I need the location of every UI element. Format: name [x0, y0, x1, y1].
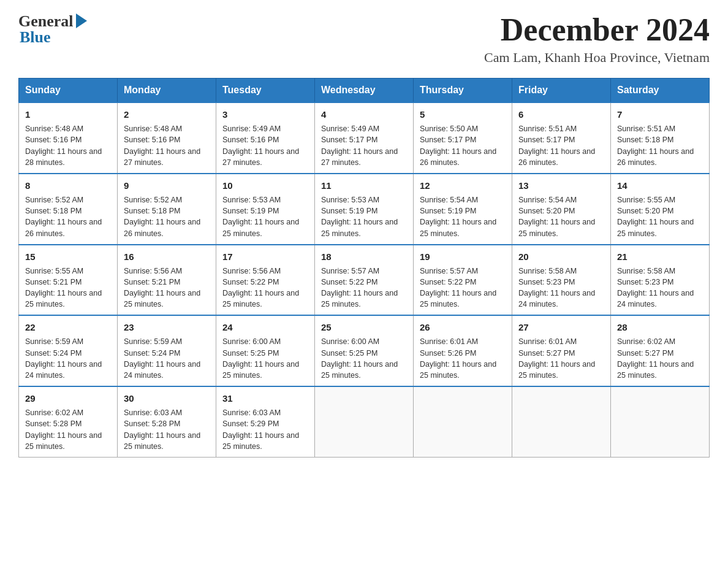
day-info: Sunrise: 5:53 AMSunset: 5:19 PMDaylight:… — [321, 196, 398, 238]
week-row-1: 1 Sunrise: 5:48 AMSunset: 5:16 PMDayligh… — [19, 102, 710, 174]
day-info: Sunrise: 6:01 AMSunset: 5:26 PMDaylight:… — [420, 337, 496, 380]
day-number: 9 — [124, 179, 210, 192]
calendar-cell: 21 Sunrise: 5:58 AMSunset: 5:23 PMDaylig… — [611, 245, 710, 316]
calendar-cell: 22 Sunrise: 5:59 AMSunset: 5:24 PMDaylig… — [19, 315, 118, 386]
day-number: 19 — [420, 250, 506, 263]
calendar-cell: 26 Sunrise: 6:01 AMSunset: 5:26 PMDaylig… — [414, 315, 512, 386]
calendar-cell: 11 Sunrise: 5:53 AMSunset: 5:19 PMDaylig… — [315, 174, 414, 245]
day-number: 21 — [617, 250, 703, 263]
day-number: 1 — [25, 108, 111, 121]
week-row-3: 15 Sunrise: 5:55 AMSunset: 5:21 PMDaylig… — [19, 245, 710, 316]
calendar-header-monday: Monday — [118, 79, 216, 103]
calendar-cell: 16 Sunrise: 5:56 AMSunset: 5:21 PMDaylig… — [118, 245, 216, 316]
day-number: 3 — [222, 108, 308, 121]
day-number: 5 — [420, 108, 506, 121]
day-number: 12 — [420, 179, 506, 192]
calendar-cell — [512, 386, 611, 457]
calendar-cell: 31 Sunrise: 6:03 AMSunset: 5:29 PMDaylig… — [216, 386, 315, 457]
day-number: 7 — [617, 108, 703, 121]
calendar-header-thursday: Thursday — [414, 79, 512, 103]
calendar-cell: 25 Sunrise: 6:00 AMSunset: 5:25 PMDaylig… — [315, 315, 414, 386]
calendar-cell: 3 Sunrise: 5:49 AMSunset: 5:16 PMDayligh… — [216, 102, 315, 174]
calendar-cell — [611, 386, 710, 457]
day-number: 30 — [124, 392, 210, 405]
day-info: Sunrise: 5:59 AMSunset: 5:24 PMDaylight:… — [25, 337, 102, 380]
calendar-cell: 18 Sunrise: 5:57 AMSunset: 5:22 PMDaylig… — [315, 245, 414, 316]
day-number: 20 — [518, 250, 604, 263]
calendar-cell: 5 Sunrise: 5:50 AMSunset: 5:17 PMDayligh… — [414, 102, 512, 174]
day-info: Sunrise: 5:48 AMSunset: 5:16 PMDaylight:… — [124, 124, 200, 167]
day-number: 13 — [518, 179, 604, 192]
calendar-cell: 17 Sunrise: 5:56 AMSunset: 5:22 PMDaylig… — [216, 245, 315, 316]
calendar-cell: 7 Sunrise: 5:51 AMSunset: 5:18 PMDayligh… — [611, 102, 710, 174]
day-number: 31 — [222, 392, 308, 405]
day-info: Sunrise: 5:57 AMSunset: 5:22 PMDaylight:… — [420, 267, 496, 309]
day-number: 14 — [617, 179, 703, 192]
calendar-cell: 27 Sunrise: 6:01 AMSunset: 5:27 PMDaylig… — [512, 315, 611, 386]
day-info: Sunrise: 5:57 AMSunset: 5:22 PMDaylight:… — [321, 267, 398, 309]
logo-blue-text: Blue — [20, 28, 51, 47]
day-number: 27 — [518, 321, 604, 334]
calendar-cell: 23 Sunrise: 5:59 AMSunset: 5:24 PMDaylig… — [118, 315, 216, 386]
calendar-header-wednesday: Wednesday — [315, 79, 414, 103]
calendar-cell — [315, 386, 414, 457]
calendar-cell: 14 Sunrise: 5:55 AMSunset: 5:20 PMDaylig… — [611, 174, 710, 245]
day-number: 2 — [124, 108, 210, 121]
day-info: Sunrise: 5:54 AMSunset: 5:20 PMDaylight:… — [518, 196, 595, 238]
logo-arrow-icon — [76, 13, 87, 28]
day-info: Sunrise: 5:53 AMSunset: 5:19 PMDaylight:… — [222, 196, 299, 238]
day-number: 8 — [25, 179, 111, 192]
week-row-4: 22 Sunrise: 5:59 AMSunset: 5:24 PMDaylig… — [19, 315, 710, 386]
day-info: Sunrise: 5:52 AMSunset: 5:18 PMDaylight:… — [25, 196, 102, 238]
day-info: Sunrise: 6:01 AMSunset: 5:27 PMDaylight:… — [518, 337, 595, 380]
title-block: December 2024 Cam Lam, Khanh Hoa Provinc… — [484, 12, 710, 66]
day-number: 26 — [420, 321, 506, 334]
day-info: Sunrise: 5:58 AMSunset: 5:23 PMDaylight:… — [518, 267, 595, 309]
day-info: Sunrise: 5:58 AMSunset: 5:23 PMDaylight:… — [617, 267, 694, 309]
calendar-header-row: SundayMondayTuesdayWednesdayThursdayFrid… — [19, 79, 710, 103]
calendar-cell: 15 Sunrise: 5:55 AMSunset: 5:21 PMDaylig… — [19, 245, 118, 316]
day-number: 4 — [321, 108, 407, 121]
day-number: 25 — [321, 321, 407, 334]
calendar-cell: 12 Sunrise: 5:54 AMSunset: 5:19 PMDaylig… — [414, 174, 512, 245]
day-info: Sunrise: 6:03 AMSunset: 5:28 PMDaylight:… — [124, 408, 200, 451]
calendar-header-sunday: Sunday — [19, 79, 118, 103]
page-header: General Blue December 2024 Cam Lam, Khan… — [18, 12, 710, 66]
day-info: Sunrise: 5:55 AMSunset: 5:20 PMDaylight:… — [617, 196, 694, 238]
day-number: 22 — [25, 321, 111, 334]
day-info: Sunrise: 5:49 AMSunset: 5:17 PMDaylight:… — [321, 124, 398, 167]
day-info: Sunrise: 6:02 AMSunset: 5:27 PMDaylight:… — [617, 337, 694, 380]
day-info: Sunrise: 5:48 AMSunset: 5:16 PMDaylight:… — [25, 124, 102, 167]
calendar-cell: 10 Sunrise: 5:53 AMSunset: 5:19 PMDaylig… — [216, 174, 315, 245]
day-info: Sunrise: 5:56 AMSunset: 5:21 PMDaylight:… — [124, 267, 200, 309]
day-number: 28 — [617, 321, 703, 334]
month-title: December 2024 — [484, 12, 710, 47]
calendar-cell: 8 Sunrise: 5:52 AMSunset: 5:18 PMDayligh… — [19, 174, 118, 245]
day-info: Sunrise: 6:03 AMSunset: 5:29 PMDaylight:… — [222, 408, 299, 451]
calendar-cell: 29 Sunrise: 6:02 AMSunset: 5:28 PMDaylig… — [19, 386, 118, 457]
week-row-5: 29 Sunrise: 6:02 AMSunset: 5:28 PMDaylig… — [19, 386, 710, 457]
day-info: Sunrise: 5:55 AMSunset: 5:21 PMDaylight:… — [25, 267, 102, 309]
calendar-cell: 4 Sunrise: 5:49 AMSunset: 5:17 PMDayligh… — [315, 102, 414, 174]
calendar-header-tuesday: Tuesday — [216, 79, 315, 103]
calendar-cell — [414, 386, 512, 457]
calendar-table: SundayMondayTuesdayWednesdayThursdayFrid… — [18, 78, 710, 458]
day-number: 18 — [321, 250, 407, 263]
day-info: Sunrise: 5:51 AMSunset: 5:17 PMDaylight:… — [518, 124, 595, 167]
day-number: 11 — [321, 179, 407, 192]
day-number: 16 — [124, 250, 210, 263]
day-number: 24 — [222, 321, 308, 334]
day-number: 29 — [25, 392, 111, 405]
calendar-cell: 2 Sunrise: 5:48 AMSunset: 5:16 PMDayligh… — [118, 102, 216, 174]
calendar-header-friday: Friday — [512, 79, 611, 103]
day-number: 10 — [222, 179, 308, 192]
day-number: 15 — [25, 250, 111, 263]
day-number: 23 — [124, 321, 210, 334]
calendar-cell: 24 Sunrise: 6:00 AMSunset: 5:25 PMDaylig… — [216, 315, 315, 386]
calendar-cell: 1 Sunrise: 5:48 AMSunset: 5:16 PMDayligh… — [19, 102, 118, 174]
day-number: 6 — [518, 108, 604, 121]
calendar-cell: 20 Sunrise: 5:58 AMSunset: 5:23 PMDaylig… — [512, 245, 611, 316]
day-info: Sunrise: 5:56 AMSunset: 5:22 PMDaylight:… — [222, 267, 299, 309]
logo: General Blue — [18, 12, 87, 47]
day-number: 17 — [222, 250, 308, 263]
